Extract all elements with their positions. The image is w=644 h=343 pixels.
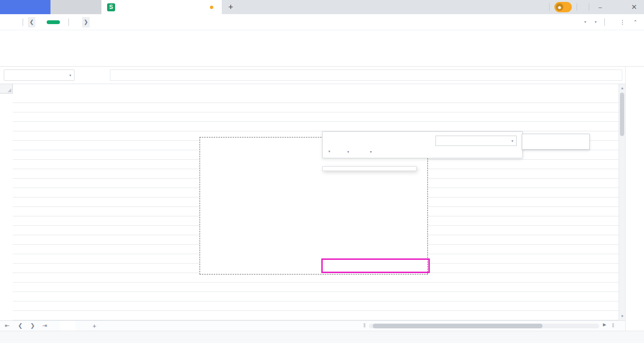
menubar: ❮ ❯ ▾ ▾ ⋮ ⌃	[0, 14, 644, 30]
close-button[interactable]: ✕	[628, 3, 640, 11]
formula-input[interactable]	[110, 69, 622, 81]
chart-element-select-caret-icon: ▾	[511, 139, 513, 143]
scroll-down-arrow[interactable]: ▼	[619, 314, 626, 318]
ribbon-tab-scroll-left[interactable]: ❮	[28, 17, 35, 27]
shape-outline-button[interactable]: ▾	[365, 134, 376, 154]
shape-fill-button[interactable]: ▾	[343, 134, 353, 154]
spreadsheet-logo-icon: S	[107, 3, 115, 11]
collapse-ribbon-chevron[interactable]: ⌃	[634, 19, 637, 25]
sheet-tab-sheet1[interactable]	[60, 321, 75, 331]
brush-icon	[327, 134, 330, 146]
sign-in-button[interactable]: ☻	[554, 2, 572, 12]
hsplit-handle[interactable]: ‖	[363, 322, 366, 329]
ribbon	[0, 30, 644, 67]
ribbon-tab-scroll-right[interactable]: ❯	[82, 17, 90, 27]
menubar-separator	[23, 18, 23, 26]
prev-sheet-button[interactable]: ❮	[18, 322, 23, 329]
menubar-separator	[68, 18, 69, 26]
last-sheet-button[interactable]: ⇥	[42, 322, 47, 329]
status-bar	[0, 331, 644, 343]
scroll-up-arrow[interactable]: ▲	[619, 86, 626, 90]
name-box[interactable]: ▾	[4, 69, 75, 81]
name-box-caret-icon: ▾	[69, 73, 71, 77]
add-sheet-button[interactable]: +	[92, 322, 96, 330]
unsaved-dot-icon	[210, 6, 213, 9]
vertical-scrollbar[interactable]: ▲ ▼	[619, 84, 625, 320]
select-all-corner[interactable]	[0, 84, 13, 94]
tab-insert[interactable]	[47, 20, 60, 24]
chart-elements-tooltip	[522, 134, 590, 150]
context-menu	[322, 166, 417, 171]
chart-element-select[interactable]: ▾	[435, 136, 517, 146]
minimize-button[interactable]: –	[594, 4, 606, 11]
more-options-kebab[interactable]: ⋮	[620, 19, 626, 26]
sheet-tab-bar: ⇤ ❮ ❯ ⇥ + ‖ ▶ ‖	[0, 320, 625, 331]
titlebar: S + ☻ – ✕	[0, 0, 644, 14]
chart-floating-toolbar: ▾ ▾ ▾ ▾	[322, 131, 523, 158]
tab-whats-new[interactable]	[50, 0, 101, 14]
splitter-handle[interactable]: ‖	[612, 322, 614, 329]
vertical-scroll-thumb[interactable]	[620, 93, 624, 136]
horizontal-scrollbar[interactable]	[369, 324, 599, 328]
menubar-separator	[604, 18, 605, 26]
shape-style-button[interactable]: ▾	[327, 134, 330, 154]
titlebar-separator	[589, 3, 589, 11]
titlebar-separator	[577, 3, 577, 11]
avatar-icon: ☻	[556, 3, 563, 11]
tab-wps-office[interactable]	[0, 0, 50, 14]
scroll-right-arrow[interactable]: ▶	[603, 322, 606, 327]
add-app-button[interactable]: ▾	[594, 20, 597, 24]
share-button[interactable]: ▾	[584, 20, 586, 24]
next-sheet-button[interactable]: ❯	[30, 322, 35, 329]
horizontal-scroll-thumb[interactable]	[373, 324, 543, 328]
formula-bar-row: ▾	[0, 67, 644, 84]
titlebar-separator	[549, 3, 550, 11]
tab-book1[interactable]: S	[101, 0, 222, 14]
first-sheet-button[interactable]: ⇤	[5, 322, 9, 329]
new-tab-button[interactable]: +	[226, 2, 236, 12]
right-sidebar	[625, 67, 644, 331]
